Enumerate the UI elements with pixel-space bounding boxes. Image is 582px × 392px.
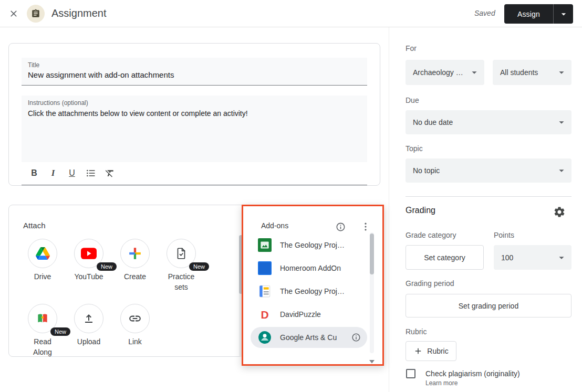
assignment-type-icon [27,5,45,23]
due-label: Due [406,96,419,104]
chevron-down-icon [556,252,567,263]
grading-settings-button[interactable] [552,204,567,220]
learn-more-link[interactable]: Learn more [425,379,458,387]
italic-button[interactable]: I [46,166,60,181]
new-badge: New [189,262,209,271]
assignment-form-card: Title New assignment with add-on attachm… [8,43,380,186]
addons-popup: Add-ons The Geology Proj… Homeroom AddOn… [242,205,384,366]
attach-label: YouTube [74,272,103,282]
students-select-value: All students [500,68,538,77]
addon-label: The Geology Proj… [280,241,345,249]
arts-and-culture-icon [258,331,272,344]
attach-heading: Attach [23,221,46,230]
underline-button[interactable]: U [65,166,79,181]
clear-formatting-button[interactable] [102,166,117,181]
addons-title: Add-ons [261,221,288,230]
title-value: New assignment with add-on attachments [28,70,174,79]
set-grading-period-button[interactable]: Set grading period [406,294,571,317]
addon-label: DavidPuzzle [280,310,321,319]
drive-circle [28,239,57,268]
assign-button[interactable]: Assign [504,4,553,24]
create-plus-icon [128,247,142,260]
due-date-select[interactable]: No due date [406,110,571,134]
addon-item-homeroom[interactable]: Homeroom AddOn [251,257,367,280]
clipboard-icon [31,9,40,18]
attach-link[interactable]: Link [112,304,158,347]
close-button[interactable] [5,5,22,22]
attach-drive[interactable]: Drive [19,239,66,282]
davidpuzzle-icon: D [258,308,272,321]
instructions-field[interactable]: Instructions (optional) Click the attach… [22,96,367,185]
youtube-circle: New [74,239,103,268]
for-label: For [406,44,417,52]
addon-label: The Geology Proj… [280,287,345,295]
assignment-editor: Assignment Saved Assign Title New assign… [0,0,582,392]
attach-read-along[interactable]: New Read Along [19,304,66,357]
attach-label: Upload [77,337,100,347]
topic-label: Topic [406,144,423,153]
assign-dropdown-arrow[interactable] [553,4,573,24]
class-select-value: Archaeology … [413,68,463,77]
chevron-down-icon [556,116,567,128]
plagiarism-checkbox[interactable] [406,369,415,378]
bulleted-list-button[interactable] [84,166,98,181]
plus-icon [413,346,423,356]
geology-notebook-icon [258,284,272,298]
attach-label: Link [128,337,142,347]
instructions-textarea[interactable]: Instructions (optional) Click the attach… [22,96,367,162]
addons-more-options-button[interactable] [358,219,373,234]
addon-item-geology-project[interactable]: The Geology Proj… [251,234,367,257]
attach-upload[interactable]: Upload [66,304,112,347]
title-field[interactable]: Title New assignment with add-on attachm… [22,58,367,86]
addons-info-button[interactable] [333,219,348,234]
add-rubric-button[interactable]: Rubric [406,341,456,361]
scroll-down-arrow-icon[interactable] [369,356,375,360]
link-circle [120,304,150,333]
attach-label: Practice sets [165,272,197,292]
close-icon [8,8,19,19]
attach-practice-sets[interactable]: New Practice sets [158,239,204,292]
addon-item-arts-and-culture[interactable]: Google Arts & Cu [251,327,367,348]
gear-icon [553,206,566,218]
addon-label: Google Arts & Cu [280,333,337,342]
practice-sets-circle: New [167,239,196,268]
bold-button[interactable]: B [27,166,41,181]
topic-select[interactable]: No topic [406,158,571,183]
read-along-circle: New [28,304,57,333]
addon-item-geology-notebook[interactable]: The Geology Proj… [251,280,367,303]
attach-youtube[interactable]: New YouTube [66,239,112,282]
bulleted-list-icon [86,168,96,178]
chevron-down-icon [556,67,567,78]
points-select[interactable]: 100 [494,245,571,270]
attach-create[interactable]: Create [112,239,158,282]
create-circle [120,239,150,268]
geology-project-icon [258,238,272,252]
class-select[interactable]: Archaeology … [406,60,484,85]
clear-formatting-icon [105,168,115,178]
students-select[interactable]: All students [493,60,571,85]
youtube-icon [81,248,97,259]
assign-split-button: Assign [504,4,573,24]
topbar: Assignment Saved Assign [0,0,582,27]
set-category-button[interactable]: Set category [406,245,484,270]
bold-icon: B [31,168,37,178]
practice-sets-icon [174,247,188,260]
upload-circle [74,304,103,333]
due-date-value: No due date [413,118,453,126]
drive-icon [36,247,50,260]
upload-icon [82,312,95,325]
info-icon [336,222,346,232]
chevron-down-icon [469,67,480,78]
link-icon [128,312,142,325]
grading-heading: Grading [406,206,435,215]
addon-info-button[interactable] [350,332,362,343]
rubric-button-label: Rubric [427,347,448,355]
addons-scrollbar[interactable] [370,232,374,353]
attach-label: Read Along [28,337,57,357]
read-along-icon [36,312,49,325]
title-label: Title [28,61,39,69]
sidebar-divider [389,27,389,392]
addon-item-davidpuzzle[interactable]: D DavidPuzzle [251,303,367,326]
formatting-toolbar: B I U [27,164,117,183]
grading-divider [406,196,571,197]
